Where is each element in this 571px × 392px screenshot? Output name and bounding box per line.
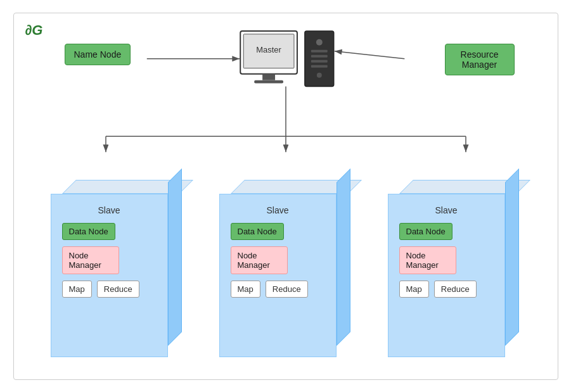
slave-1-cube: Slave Data Node Node Manager Map Reduce: [51, 180, 184, 360]
svg-rect-0: [240, 31, 297, 74]
svg-rect-9: [311, 60, 327, 63]
slaves-row: Slave Data Node Node Manager Map Reduce …: [14, 180, 558, 360]
slave-1-content: Slave Data Node Node Manager Map Reduce: [57, 200, 162, 303]
diagram-container: ∂G Master: [13, 13, 558, 380]
slave-3-content: Slave Data Node Node Manager Map Reduce: [394, 200, 499, 303]
slave-1-map: Map: [62, 281, 92, 298]
svg-rect-7: [311, 50, 327, 53]
slave-3-reduce: Reduce: [434, 281, 477, 298]
svg-rect-1: [243, 34, 294, 68]
cube-right-2: [337, 168, 350, 346]
svg-rect-8: [311, 55, 327, 58]
slave-1-reduce: Reduce: [97, 281, 139, 298]
resource-manager-box: Resource Manager: [445, 44, 515, 75]
slave-2-bottom: Map Reduce: [231, 281, 325, 298]
slave-1-data-node: Data Node: [62, 223, 115, 240]
slave-1-label: Slave: [62, 205, 157, 215]
slave-3-node-manager: Node Manager: [399, 246, 456, 274]
name-node-box: Name Node: [65, 44, 131, 65]
slave-3-bottom: Map Reduce: [399, 281, 494, 298]
slave-2-content: Slave Data Node Node Manager Map Reduce: [226, 200, 330, 303]
slave-3-map: Map: [399, 281, 429, 298]
svg-rect-4: [254, 80, 283, 84]
svg-rect-3: [262, 74, 275, 80]
svg-rect-10: [311, 65, 327, 68]
svg-text:Master: Master: [256, 45, 281, 54]
logo: ∂G: [25, 22, 43, 39]
svg-rect-5: [304, 31, 333, 87]
slave-2-data-node: Data Node: [231, 223, 284, 240]
svg-line-13: [334, 51, 404, 59]
slave-2-reduce: Reduce: [266, 281, 308, 298]
slave-2-map: Map: [231, 281, 260, 298]
svg-point-6: [316, 39, 322, 46]
slave-1-bottom: Map Reduce: [62, 281, 157, 298]
slave-1-node-manager: Node Manager: [62, 246, 119, 274]
svg-point-11: [316, 73, 321, 78]
slave-3-data-node: Data Node: [399, 223, 452, 240]
slave-3-label: Slave: [399, 205, 494, 215]
cube-right-1: [168, 168, 182, 346]
resource-manager-label: Resource Manager: [461, 49, 499, 70]
cube-right-3: [505, 168, 519, 346]
slave-2-label: Slave: [231, 205, 325, 215]
slave-3-cube: Slave Data Node Node Manager Map Reduce: [388, 180, 521, 360]
slave-2-node-manager: Node Manager: [231, 246, 288, 274]
slave-2-cube: Slave Data Node Node Manager Map Reduce: [219, 180, 352, 360]
